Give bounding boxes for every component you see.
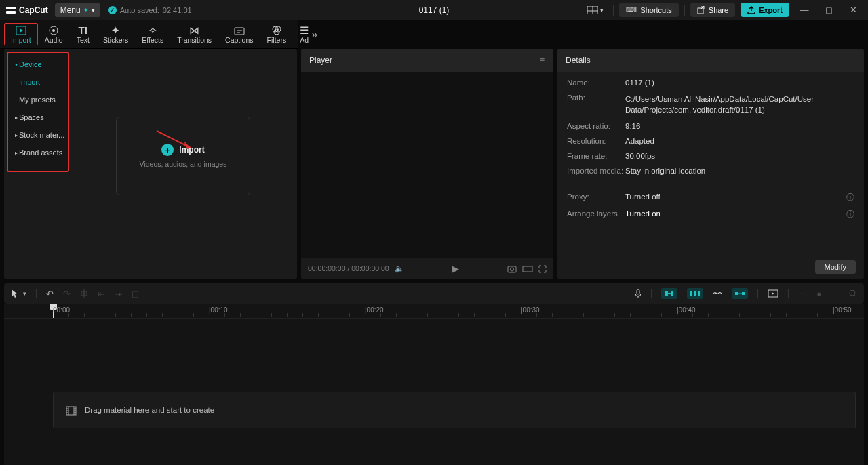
top-tabs: Import Audio TI Text ✦ Stickers ✧ Effect…	[0, 20, 298, 49]
svg-rect-20	[523, 266, 532, 272]
close-button[interactable]: ✕	[844, 5, 863, 15]
detail-label: Name:	[567, 79, 625, 87]
import-area: + Import Videos, audios, and images	[69, 49, 297, 279]
shortcuts-label: Shortcuts	[640, 6, 671, 14]
svg-point-9	[52, 29, 55, 32]
svg-rect-29	[694, 291, 696, 296]
zoom-fit-button[interactable]	[849, 289, 857, 298]
maximize-button[interactable]: ◻	[819, 5, 838, 15]
detail-row-imported: Imported media:Stay in original location	[567, 167, 854, 175]
zoom-out-button[interactable]: －	[798, 287, 807, 300]
details-header: Details	[557, 49, 864, 72]
player-viewport[interactable]	[301, 72, 553, 258]
tab-text[interactable]: TI Text	[70, 24, 96, 45]
detail-value: Turned off	[625, 193, 842, 203]
zoom-slider[interactable]: ●	[816, 289, 823, 299]
detail-row-framerate: Frame rate:30.00fps	[567, 152, 854, 160]
transitions-icon: ⋈	[189, 25, 199, 35]
caret-down-icon: ▾	[15, 62, 18, 68]
divider	[788, 289, 789, 298]
layout-button[interactable]: ▾	[583, 4, 608, 16]
timeline-ruler[interactable]: 00:00|00:10|00:20|00:30|00:40|00:50	[4, 304, 864, 319]
mic-button[interactable]	[635, 289, 642, 298]
sidebar-item-spaces[interactable]: ▸Spaces	[8, 108, 68, 126]
detail-value: 0117 (1)	[625, 79, 854, 87]
cover-button[interactable]	[768, 289, 778, 298]
svg-rect-23	[85, 291, 87, 296]
crop-button[interactable]: ◻	[132, 289, 139, 299]
tab-import[interactable]: Import	[4, 23, 38, 45]
tab-transitions[interactable]: ⋈ Transitions	[170, 24, 218, 45]
svg-rect-32	[742, 292, 745, 295]
snapshot-icon[interactable]	[507, 264, 517, 274]
fullscreen-icon[interactable]	[538, 264, 547, 274]
autosave-status: ✓ Auto saved: 02:41:01	[108, 6, 192, 14]
ad-icon: ☰	[300, 25, 309, 35]
ratio-icon[interactable]	[522, 264, 533, 274]
timeline[interactable]: 00:00|00:10|00:20|00:30|00:40|00:50 Drag…	[4, 304, 864, 465]
divider	[36, 289, 37, 298]
text-icon: TI	[79, 25, 87, 35]
panel-menu-icon[interactable]: ≡	[540, 56, 545, 65]
minimize-button[interactable]: —	[795, 5, 814, 15]
tab-label: Transitions	[177, 36, 212, 44]
shortcuts-button[interactable]: ⌨ Shortcuts	[619, 3, 678, 17]
delete-left-button[interactable]: ⇤	[98, 289, 105, 299]
tab-filters[interactable]: Filters	[260, 23, 294, 45]
svg-rect-25	[665, 291, 668, 296]
details-body: Name:0117 (1) Path:C:/Users/Usman Ali Na…	[557, 72, 864, 255]
tab-effects[interactable]: ✧ Effects	[135, 24, 170, 45]
player-header: Player ≡	[301, 49, 553, 72]
ruler-mark: 00:00	[53, 306, 70, 314]
tab-stickers[interactable]: ✦ Stickers	[96, 24, 135, 45]
import-box-subtitle: Videos, audios, and images	[140, 160, 227, 168]
chevron-down-icon: ▾	[600, 7, 604, 14]
redo-button[interactable]: ↷	[63, 289, 71, 299]
main-row: ▾Device Import My presets ▸Spaces ▸Stock…	[0, 49, 868, 279]
tabs-overflow-button[interactable]: »	[311, 28, 317, 41]
sidebar-item-device[interactable]: ▾Device	[8, 56, 68, 73]
sidebar-item-import[interactable]: Import	[8, 73, 68, 91]
info-icon[interactable]: ⓘ	[846, 193, 854, 203]
tab-captions[interactable]: Captions	[218, 23, 260, 45]
link-toggle[interactable]	[713, 291, 722, 296]
undo-button[interactable]: ↶	[46, 289, 54, 299]
detail-label: Resolution:	[567, 137, 625, 145]
tab-audio[interactable]: Audio	[38, 23, 70, 45]
svg-rect-28	[690, 291, 692, 296]
magnet-main-toggle[interactable]	[661, 288, 677, 299]
info-icon[interactable]: ⓘ	[846, 209, 854, 220]
modify-button[interactable]: Modify	[815, 260, 856, 274]
sidebar-item-label: Device	[19, 60, 42, 68]
detail-value: 9:16	[625, 122, 854, 130]
sidebar-item-presets[interactable]: My presets	[8, 91, 68, 108]
select-tool[interactable]	[11, 289, 19, 298]
svg-rect-5	[698, 8, 703, 14]
caret-right-icon: ▸	[15, 132, 18, 138]
import-dropzone[interactable]: + Import Videos, audios, and images	[116, 117, 250, 195]
split-button[interactable]	[80, 289, 88, 298]
audio-icon	[49, 24, 58, 35]
effects-icon: ✧	[149, 25, 157, 35]
delete-right-button[interactable]: ⇥	[115, 289, 122, 299]
detail-value: Adapted	[625, 137, 854, 145]
magnet-all-toggle[interactable]	[687, 288, 703, 299]
preview-axis-toggle[interactable]	[732, 288, 748, 299]
media-panel: ▾Device Import My presets ▸Spaces ▸Stock…	[4, 49, 297, 279]
menu-button[interactable]: Menu ✦ ▾	[55, 3, 100, 17]
check-icon: ✓	[108, 6, 117, 14]
play-button[interactable]: ▶	[452, 264, 459, 274]
sidebar-item-brand[interactable]: ▸Brand assets	[8, 144, 68, 161]
share-button[interactable]: Share	[690, 3, 735, 17]
select-dropdown[interactable]: ▾	[23, 290, 26, 297]
export-button[interactable]: Export	[741, 3, 789, 17]
sidebar-item-stock[interactable]: ▸Stock mater...	[8, 126, 68, 144]
svg-rect-26	[671, 291, 673, 296]
titlebar-right: ▾ ⌨ Shortcuts Share Export — ◻ ✕	[583, 3, 863, 17]
volume-icon[interactable]: 🔈	[395, 264, 404, 273]
sidebar-item-label: Spaces	[19, 113, 44, 121]
detail-row-aspect: Aspect ratio:9:16	[567, 122, 854, 130]
media-sidebar: ▾Device Import My presets ▸Spaces ▸Stock…	[7, 52, 69, 172]
timeline-drop-hint[interactable]: Drag material here and start to create	[53, 392, 856, 428]
tab-ad[interactable]: ☰ Ad	[293, 24, 310, 45]
